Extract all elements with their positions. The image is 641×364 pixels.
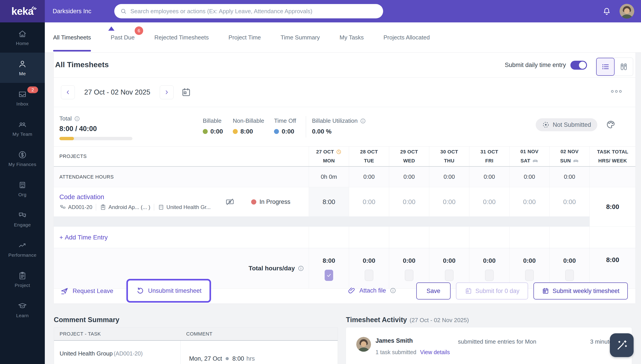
time-entry-cell[interactable]: 0:00 [509,187,549,216]
tab-time-summary[interactable]: Time Summary [280,22,320,52]
activity-avatar [356,337,371,352]
sidebar-item-my-finances[interactable]: My Finances [0,143,45,174]
time-entry-cell[interactable]: 0:00 [469,187,509,216]
non-billable-stat: Non-Billable 8:00 [233,115,264,146]
info-icon[interactable] [360,118,366,124]
sidebar-item-label: Project [15,283,30,288]
notifications-bell-icon[interactable] [602,7,612,16]
board-view-icon [619,62,628,71]
sidebar-item-label: Learn [16,313,29,318]
attach-file-button[interactable]: Attach file [348,286,396,294]
tab-all-timesheets[interactable]: All Timesheets [53,22,91,52]
day-column-29-oct: 29 OCTWED [389,146,429,166]
couch-icon [573,158,579,164]
sidebar-item-my-team[interactable]: My Team [0,113,45,143]
sidebar-item-label: Performance [8,252,36,258]
project-subrow-strip [54,216,590,226]
sidebar-item-home[interactable]: Home [0,22,45,53]
sidebar-item-label: My Team [12,132,32,137]
calendar-picker-icon[interactable] [181,87,192,98]
info-icon[interactable] [390,287,396,294]
submit-weekly-timesheet-button[interactable]: Submit weekly timesheet [534,282,628,300]
view-details-link[interactable]: View details [420,349,450,355]
save-button[interactable]: Save [416,282,450,300]
tab-project-time[interactable]: Project Time [228,22,261,52]
total-label: Total [59,115,72,122]
request-leave-button[interactable]: Request Leave [60,286,113,296]
submit-daily-label: Submit daily time entry [505,62,566,68]
paperclip-icon [348,286,356,294]
unsubmit-timesheet-button[interactable]: Unsubmit timesheet [126,279,211,302]
info-icon[interactable] [298,265,304,272]
more-options-icon[interactable] [610,89,622,94]
sidebar-item-me[interactable]: Me [0,53,45,83]
user-avatar[interactable] [620,4,634,18]
info-icon[interactable] [74,116,80,122]
tab-rejected-timesheets[interactable]: Rejected Timesheets [154,22,209,52]
day-total: 0:00 [403,257,416,264]
sidebar-item-learn[interactable]: Learn [0,294,45,325]
activity-meta: 1 task submitted [376,349,416,355]
next-week-button[interactable] [160,85,174,99]
clipboard-icon [18,271,27,280]
sidebar-item-org[interactable]: Org [0,174,45,204]
palette-icon[interactable] [606,120,616,130]
total-progress-fill [59,137,74,140]
assistant-fab[interactable] [610,333,634,357]
tab-projects-allocated[interactable]: Projects Allocated [383,22,430,52]
leave-plane-icon [60,286,69,296]
total-hours-day-label: Total hours/day [249,265,295,272]
submit-daily-toggle[interactable] [570,61,587,70]
sidebar-item-engage[interactable]: Engage [0,204,45,234]
time-entry-cell[interactable]: 0:00 [429,187,469,216]
attendance-value: 0:00 [509,167,549,187]
attendance-label: ATTENDANCE HOURS [54,167,309,187]
time-entry-cell[interactable]: 0:00 [549,187,590,216]
sidebar-item-project[interactable]: Project [0,264,45,294]
home-icon [18,29,27,38]
sidebar-item-performance[interactable]: Performance [0,234,45,264]
submit-for-day-button[interactable]: Submit for 0 day [456,282,528,300]
empty-total-cell [590,227,636,248]
empty-day-cell [309,227,349,248]
day-column-31-oct: 31 OCTFRI [469,146,509,166]
day-total: 0:00 [483,257,496,264]
previous-week-button[interactable] [61,85,75,99]
timesheet-header-row: PROJECTS 27 OCT MON 28 OCTTUE 29 OCTWED … [54,146,636,167]
activity-range: (27 Oct - 02 Nov 2025) [410,317,469,324]
comment-hours: 8:00 [232,355,244,362]
calendar-icon [465,287,472,295]
non-billable-dot [233,129,238,134]
search-input[interactable] [130,8,377,15]
task-clipboard-icon [100,204,106,210]
billable-utilization: Billable Utilization 0.00 % [312,115,366,146]
chat-bubbles-icon [18,210,27,220]
time-entry-cell[interactable]: 0:00 [389,187,429,216]
list-view-button[interactable] [596,58,614,76]
time-entry-cell[interactable]: 8:00 [309,187,349,216]
week-range: 27 Oct - 02 Nov 2025 [84,88,150,96]
tab-my-tasks[interactable]: My Tasks [340,22,364,52]
time-entry-cell[interactable]: 0:00 [349,187,389,216]
comment-project-name: United Health Group [60,350,113,357]
activity-item: James Smith 1 task submitted View detail… [346,328,632,364]
client-tag: United Health Gr... [158,204,210,210]
add-time-entry-button[interactable]: + Add Time Entry [54,234,108,241]
project-task-link[interactable]: Code activation [59,193,225,201]
comment-task-line: Android App Develop... (AD... ) • Code a… [60,363,176,364]
timesheet-card: All Timesheets Submit daily time entry 2… [54,53,636,304]
project-week-total: 8:00 [590,187,636,226]
sidebar-item-label: Me [19,71,26,76]
sidebar-item-inbox[interactable]: 2 Inbox [0,83,45,113]
in-progress-dot [251,199,256,204]
tab-past-due[interactable]: Past Due 6 [111,22,135,52]
attendance-week-total [590,167,636,187]
chevron-right-icon [164,89,170,96]
empty-day-cell [389,227,429,248]
task-total-column-header: TASK TOTAL HRS/ WEEK [590,146,636,166]
board-view-button[interactable] [614,58,633,76]
keka-logo[interactable]: keka [0,0,45,22]
day-total: 0:00 [563,257,576,264]
global-search[interactable] [114,4,383,18]
topbar: keka Darksiders Inc [0,0,641,22]
